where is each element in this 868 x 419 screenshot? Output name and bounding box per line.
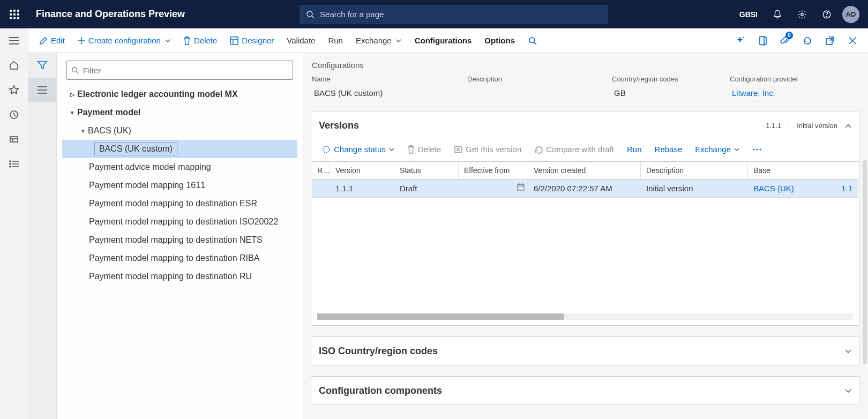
col-effective[interactable]: Effective from	[459, 162, 528, 179]
office-icon[interactable]	[751, 28, 774, 53]
col-version[interactable]: Version	[330, 162, 394, 179]
change-status-button[interactable]: Change status	[317, 143, 400, 156]
app-launcher-icon[interactable]	[0, 0, 28, 28]
cell-created: 6/2/2020 07:22:57 AM	[528, 179, 641, 197]
tree-node[interactable]: ▾BACS (UK)	[62, 122, 297, 140]
global-search[interactable]	[300, 5, 608, 24]
page-title: Configurations	[311, 61, 868, 70]
nav-hamburger-icon[interactable]	[0, 28, 28, 53]
company-picker[interactable]: GBSI	[732, 10, 765, 19]
search-icon	[71, 66, 79, 74]
svg-point-37	[756, 148, 758, 150]
tree-node[interactable]: Payment model mapping to destination RU	[62, 267, 297, 286]
configuration-components-card[interactable]: Configuration components	[311, 376, 859, 405]
tree-node[interactable]: ▷Electronic ledger accounting model MX	[62, 85, 297, 103]
popout-button[interactable]	[819, 28, 841, 53]
svg-point-36	[753, 148, 754, 150]
run-button[interactable]: Run	[321, 28, 349, 53]
create-configuration-button[interactable]: Create configuration	[71, 28, 177, 53]
caret-right-icon[interactable]: ▷	[68, 91, 77, 98]
cell-effective[interactable]	[459, 179, 528, 197]
tree-filter-input[interactable]	[83, 66, 288, 75]
tree-node[interactable]: Payment model mapping to destination NET…	[62, 231, 297, 249]
col-r[interactable]: R…	[312, 162, 330, 179]
tree-node[interactable]: Payment model mapping to destination ISO…	[62, 213, 297, 231]
iso-codes-card[interactable]: ISO Country/region codes	[311, 336, 859, 365]
attachments-badge: 0	[785, 32, 793, 39]
edit-label: Edit	[51, 36, 65, 45]
filter-pane-icon[interactable]	[28, 53, 56, 78]
versions-title: Versions	[319, 120, 766, 131]
copilot-icon[interactable]	[729, 28, 751, 53]
versions-meta-desc: Initial version	[797, 122, 837, 130]
tree-node[interactable]: ▾Payment model	[62, 103, 297, 122]
tree-node[interactable]: Payment model mapping 1611	[62, 176, 297, 194]
country-value[interactable]: GB	[612, 86, 719, 101]
caret-down-icon[interactable]: ▾	[68, 109, 77, 116]
chevron-down-icon	[396, 39, 401, 42]
version-run-button[interactable]: Run	[622, 143, 647, 156]
more-actions-button[interactable]	[747, 146, 767, 153]
help-icon[interactable]	[814, 0, 839, 28]
validate-button[interactable]: Validate	[280, 28, 321, 53]
delete-button[interactable]: Delete	[177, 28, 223, 53]
svg-point-34	[323, 146, 330, 153]
svg-rect-20	[10, 137, 18, 142]
col-description[interactable]: Description	[641, 162, 748, 179]
notifications-icon[interactable]	[765, 0, 790, 28]
tree-node[interactable]: Payment model mapping to destination RIB…	[62, 249, 297, 267]
settings-icon[interactable]	[790, 0, 814, 28]
svg-point-27	[10, 166, 11, 167]
name-value[interactable]: BACS (UK custom)	[312, 86, 446, 101]
tree-node-selected[interactable]: BACS (UK custom)	[62, 140, 297, 158]
rebase-button[interactable]: Rebase	[649, 143, 688, 156]
nav-workspaces-icon[interactable]	[0, 127, 28, 152]
nav-favorites-icon[interactable]	[0, 78, 28, 102]
main-content: Configurations Name BACS (UK custom) Des…	[303, 53, 868, 419]
provider-label: Configuration provider	[730, 75, 853, 83]
base-version[interactable]: 1.1	[841, 184, 852, 193]
designer-label: Designer	[242, 36, 274, 45]
svg-point-2	[801, 13, 804, 16]
caret-down-icon[interactable]: ▾	[78, 128, 88, 134]
close-button[interactable]	[841, 28, 864, 53]
chevron-up-icon[interactable]	[845, 122, 851, 130]
col-base[interactable]: Base	[748, 162, 858, 179]
refresh-button[interactable]	[796, 28, 819, 53]
user-avatar[interactable]: AD	[842, 6, 859, 23]
svg-line-14	[534, 42, 536, 44]
configurations-tab[interactable]: Configurations	[408, 28, 478, 53]
base-link[interactable]: BACS (UK)	[753, 184, 794, 193]
delete-label: Delete	[194, 36, 217, 45]
designer-button[interactable]: Designer	[223, 28, 280, 53]
vertical-scrollbar[interactable]	[863, 160, 867, 364]
versions-row[interactable]: 1.1.1 Draft 6/2/2020 07:22:57 AM Initial…	[312, 179, 858, 198]
attachments-button[interactable]: 0	[774, 28, 796, 53]
provider-value[interactable]: Litware, Inc.	[730, 86, 853, 101]
tree-filter[interactable]	[66, 61, 293, 80]
edit-button[interactable]: Edit	[33, 28, 71, 53]
tree-node[interactable]: Payment advice model mapping	[62, 158, 297, 176]
calendar-icon[interactable]	[517, 183, 525, 192]
exchange-button[interactable]: Exchange	[349, 28, 408, 53]
chevron-down-icon	[165, 39, 170, 42]
version-exchange-button[interactable]: Exchange	[690, 143, 745, 156]
description-value[interactable]	[467, 86, 590, 101]
chevron-down-icon	[845, 386, 851, 395]
find-button[interactable]	[521, 28, 544, 53]
product-title: Finance and Operations Preview	[28, 9, 192, 20]
chevron-down-icon	[734, 148, 739, 151]
list-pane-icon[interactable]	[28, 78, 56, 102]
global-search-input[interactable]	[320, 10, 602, 19]
nav-home-icon[interactable]	[0, 53, 28, 78]
col-created[interactable]: Version created	[528, 162, 641, 179]
get-version-button: Get this version	[448, 143, 527, 156]
options-tab[interactable]: Options	[478, 28, 521, 53]
col-status[interactable]: Status	[394, 162, 459, 179]
nav-recent-icon[interactable]	[0, 102, 28, 127]
svg-point-25	[10, 163, 11, 164]
nav-modules-icon[interactable]	[0, 152, 28, 176]
tree-node[interactable]: Payment model mapping to destination ESR	[62, 194, 297, 213]
versions-grid: R… Version Status Effective from Version…	[312, 161, 858, 320]
horizontal-scrollbar[interactable]	[317, 313, 853, 320]
